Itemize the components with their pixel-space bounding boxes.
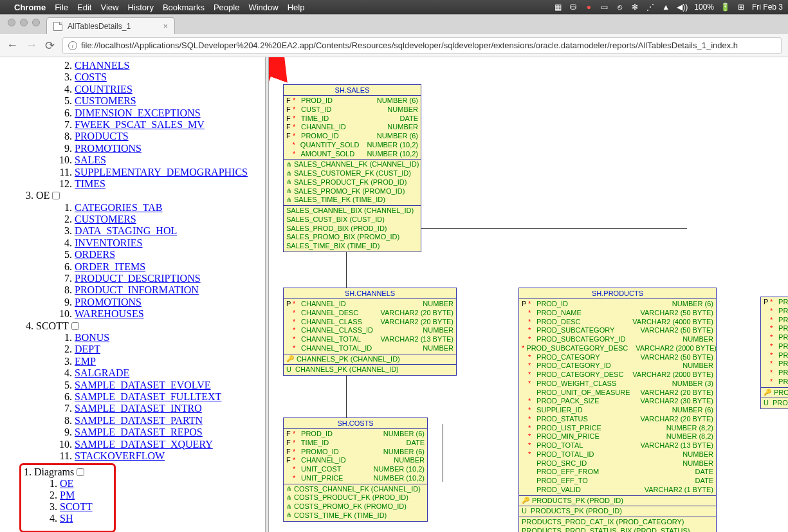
er-table-sales[interactable]: SH.SALESF* PROD_IDNUMBER (6)F* CUST_IDNU… [283,84,421,252]
nav-table-link[interactable]: PRODUCT_DESCRIPTIONS [75,273,201,284]
battery-icon[interactable]: 🔋 [720,3,730,12]
nav-table-item: SAMPLE_DATASET_PARTN [75,415,265,427]
nav-table-link[interactable]: DATA_STAGING_HOL [75,225,177,236]
nav-table-link[interactable]: BONUS [75,332,109,343]
nav-table-link[interactable]: INVENTORIES [75,237,142,248]
nav-table-link[interactable]: SALGRADE [75,367,129,378]
menu-edit[interactable]: Edit [77,3,91,12]
nav-table-link[interactable]: SAMPLE_DATASET_PARTN [75,415,203,426]
fk-icon: ⋔ [286,485,291,493]
close-tab-icon[interactable]: × [163,21,168,31]
volume-icon[interactable]: ◀)) [677,3,688,12]
diagrams-checkbox[interactable] [77,468,84,476]
schema-checkbox[interactable] [52,192,60,199]
menu-view[interactable]: View [100,3,118,12]
fk-icon: ⋔ [286,196,291,205]
nav-table-link[interactable]: COSTS [75,71,107,82]
nav-table-link[interactable]: EMP [75,356,96,367]
nav-table-link[interactable]: PRODUCT_INFORMATION [75,284,199,295]
nav-table-link[interactable]: CUSTOMERS [75,95,136,106]
app-name[interactable]: Chrome [14,3,46,12]
menu-people[interactable]: People [214,3,239,12]
er-column-row: * PROD_WEIGHT_CLASSNUMBER (3) [522,380,713,389]
er-table-channels[interactable]: SH.CHANNELSP* CHANNEL_IDNUMBER* CHANNEL_… [283,288,457,376]
nav-table-link[interactable]: SAMPLE_DATASET_REPOS [75,427,203,437]
nav-table-link[interactable]: ORDER_ITEMS [75,261,145,272]
diagram-link[interactable]: SCOTT [60,501,93,512]
browser-tab[interactable]: AllTablesDetails_1 × [46,17,175,34]
minimize-window-button[interactable] [20,19,28,26]
nav-table-link[interactable]: SAMPLE_DATASET_EVOLVE [75,380,210,390]
schema-name: SCOTT [36,320,69,332]
nav-table-link[interactable]: WAREHOUSES [75,308,144,319]
er-table-products[interactable]: SH.PRODUCTSP* PROD_IDNUMBER (6)* PROD_NA… [518,288,717,532]
status-icon[interactable]: ▦ [553,3,562,12]
wifi-icon[interactable]: ⋰ [646,3,655,12]
back-button[interactable]: ← [6,39,18,52]
bluetooth-icon[interactable]: ✻ [630,3,639,12]
nav-table-link[interactable]: PROMOTIONS [75,143,142,154]
navigation-pane[interactable]: CHANNELSCOSTSCOUNTRIESCUSTOMERSDIMENSION… [0,57,265,532]
nav-table-link[interactable]: SAMPLE_DATASET_XQUERY [75,439,213,450]
menu-file[interactable]: File [55,3,68,12]
nav-table-link[interactable]: STACKOVERFLOW [75,450,165,461]
schema-name: OE [36,190,50,201]
menu-history[interactable]: History [127,3,153,12]
nav-table-link[interactable]: CUSTOMERS [75,214,136,225]
site-info-icon[interactable]: i [68,41,77,50]
close-window-button[interactable] [8,19,15,26]
diagram-link[interactable]: SH [60,513,73,524]
er-column-row: * AMOUNT_SOLDNUMBER (10,2) [286,150,418,159]
schema-checkbox[interactable] [71,322,79,330]
status-icon[interactable]: ⎋ [615,3,624,12]
spotlight-icon[interactable]: ⊞ [737,3,746,12]
dropbox-icon[interactable]: ⛁ [569,3,578,12]
er-pk-row: 🔑PRODUCTS_PK (PROD_ID) [522,497,713,506]
er-pk: 🔑PRO [761,388,788,399]
nav-table-link[interactable]: PRODUCTS [75,131,129,142]
nav-table-link[interactable]: SALES [75,154,106,165]
er-columns: P* PR* PR* PR* PR* PR* PR* PR* PR* PR* P… [761,297,788,388]
window-controls[interactable] [5,19,46,30]
nav-table-item: EMP [75,356,265,367]
nav-table-link[interactable]: SAMPLE_DATASET_FULLTEXT [75,391,221,402]
er-column-row: P* PR [764,298,788,307]
menu-bookmarks[interactable]: Bookmarks [163,3,205,12]
diagram-link[interactable]: PM [60,490,75,500]
nav-table-link[interactable]: DEPT [75,344,100,354]
er-column-row: * UNIT_PRICENUMBER (10,2) [286,474,425,483]
nav-table-link[interactable]: DIMENSION_EXCEPTIONS [75,107,201,118]
nav-table-link[interactable]: ORDERS [75,249,115,260]
er-column-row: * PR [764,351,788,360]
status-icon[interactable]: ▲ [661,3,670,12]
forward-button[interactable]: → [26,39,37,52]
page-content: CHANNELSCOSTSCOUNTRIESCUSTOMERSDIMENSION… [0,57,788,532]
er-column-row: * PROD_SUBCATEGORYVARCHAR2 (50 BYTE) [522,326,713,335]
er-column-row: * UNIT_COSTNUMBER (10,2) [286,465,425,474]
menu-window[interactable]: Window [248,3,278,12]
er-column-row: * PR [764,307,788,316]
diagram-pane[interactable]: SH SH.SALESF* PROD_IDNUMBER (6)F* CUST_I… [269,57,788,532]
er-table-partial[interactable]: P* PR* PR* PR* PR* PR* PR* PR* PR* PR* P… [760,297,788,409]
nav-table-item: SALES [75,154,265,166]
er-column-row: F* CHANNEL_IDNUMBER [286,456,425,465]
nav-table-link[interactable]: CHANNELS [75,60,129,71]
diagram-title: SH [273,60,282,68]
nav-table-link[interactable]: TIMES [75,178,105,189]
diagram-link[interactable]: OE [60,478,73,489]
address-bar[interactable]: i file://localhost/Applications/SQLDevel… [62,37,782,54]
zoom-window-button[interactable] [32,19,40,26]
nav-table-link[interactable]: PROMOTIONS [75,297,142,307]
status-icon[interactable]: ● [584,3,593,12]
nav-table-link[interactable]: SAMPLE_DATASET_INTRO [75,403,202,414]
reload-button[interactable]: ⟳ [45,39,55,53]
nav-table-link[interactable]: FWEEK_PSCAT_SALES_MV [75,119,205,130]
er-table-costs[interactable]: SH.COSTSF* PROD_IDNUMBER (6)F* TIME_IDDA… [283,417,428,522]
nav-table-link[interactable]: CATEGORIES_TAB [75,202,163,213]
display-icon[interactable]: ▭ [600,3,609,12]
clock-date[interactable]: Fri Feb 3 [752,3,783,12]
nav-table-link[interactable]: COUNTRIES [75,84,133,95]
nav-table-item: DEPT [75,344,265,355]
nav-table-link[interactable]: SUPPLEMENTARY_DEMOGRAPHICS [75,167,248,178]
menu-help[interactable]: Help [288,3,305,12]
